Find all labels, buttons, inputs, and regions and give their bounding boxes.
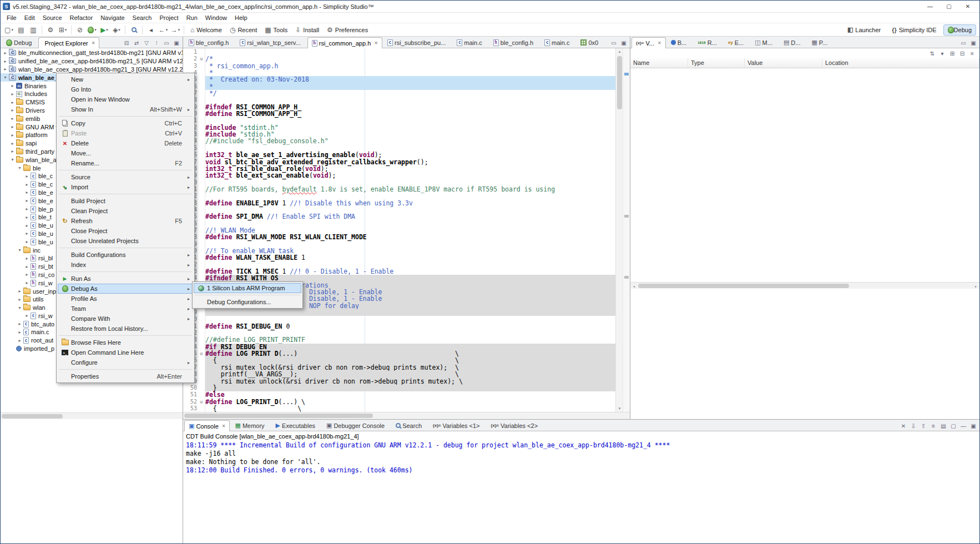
build-all-icon[interactable]: ⊞▾ <box>57 24 68 36</box>
console-toolbar-icon[interactable]: ✕ <box>898 421 908 431</box>
context-menu-item-close-project[interactable]: Close Project <box>58 226 193 236</box>
minimize-button[interactable]: — <box>921 1 939 12</box>
tab-v[interactable]: (x)=V...✕ <box>632 37 666 48</box>
menu-search[interactable]: Search <box>129 13 156 22</box>
explorer-toolbar-icon[interactable]: ▭ <box>161 38 171 48</box>
column-header-value[interactable]: Value <box>745 58 822 68</box>
tree-expander-icon[interactable]: ▾ <box>16 165 23 170</box>
context-menu-item-paste[interactable]: PasteCtrl+V <box>58 128 193 138</box>
context-menu-item-restore-from-local-history[interactable]: Restore from Local History... <box>58 324 193 334</box>
tree-expander-icon[interactable]: ▾ <box>16 248 23 253</box>
save-all-icon[interactable]: ▥ <box>28 24 39 36</box>
tab-ble-config-h[interactable]: hble_config.h <box>184 37 235 48</box>
context-menu-item-source[interactable]: Source▸ <box>58 172 193 182</box>
context-menu-item-browse-files-here[interactable]: Browse Files Here <box>58 338 193 347</box>
panel-control-icon[interactable]: ▣ <box>968 38 978 48</box>
fold-marker-icon[interactable]: ⊖ <box>198 350 205 357</box>
explorer-toolbar-icon[interactable]: ▽ <box>142 38 151 48</box>
perspective-debug[interactable]: Debug <box>943 24 976 36</box>
tab-rsi-common-app-h[interactable]: hrsi_common_app.h✕ <box>307 37 382 48</box>
tab-variables-1[interactable]: (x)=Variables <1> <box>428 420 486 431</box>
tree-expander-icon[interactable]: ▸ <box>23 190 31 195</box>
maximize-button[interactable]: ▢ <box>939 1 958 12</box>
tree-expander-icon[interactable]: ▸ <box>9 100 16 105</box>
tab-0x0[interactable]: 0x0 <box>576 37 604 48</box>
tree-item-unified-ble-ae-coex-app-brd4180b-mg21-5-gnu-arm-v12-2-1-debu[interactable]: ▸unified_ble_ae_coex_app-brd4180b-mg21_5… <box>1 57 183 66</box>
tree-expander-icon[interactable]: ▾ <box>2 75 9 80</box>
tab-main-c[interactable]: cmain.c <box>452 37 488 48</box>
console-toolbar-icon[interactable]: — <box>958 421 968 431</box>
editor-v-scrollbar[interactable]: ▲ ▼ <box>615 48 623 412</box>
back-icon[interactable]: ←▾ <box>158 24 169 36</box>
console-toolbar-icon[interactable]: ≡ <box>928 421 938 431</box>
console-toolbar-icon[interactable]: ⇧ <box>918 421 928 431</box>
tab-main-c[interactable]: cmain.c <box>540 37 575 48</box>
tree-expander-icon[interactable]: ▸ <box>2 51 9 56</box>
context-menu-item-index[interactable]: Index▸ <box>58 260 193 270</box>
explorer-toolbar-icon[interactable]: ⁝ <box>151 38 161 48</box>
close-button[interactable]: ✕ <box>958 1 977 12</box>
tree-expander-icon[interactable]: ▸ <box>23 256 31 261</box>
console-toolbar-icon[interactable]: ▢ <box>948 421 958 431</box>
new-wizard-icon[interactable]: ▢▾ <box>3 24 14 36</box>
tree-expander-icon[interactable]: ▸ <box>23 264 31 269</box>
context-menu-item-go-into[interactable]: Go Into <box>58 84 193 94</box>
context-menu-item-run-as[interactable]: ▶Run As▸ <box>58 274 193 284</box>
debug-icon[interactable]: ▾ <box>87 24 98 36</box>
close-tab-icon[interactable]: ✕ <box>92 41 95 46</box>
tab-debugger-console[interactable]: ▣Debugger Console <box>322 420 391 431</box>
menu-refactor[interactable]: Refactor <box>66 13 97 22</box>
explorer-h-scrollbar[interactable] <box>1 412 183 419</box>
column-header-type[interactable]: Type <box>688 58 745 68</box>
tree-expander-icon[interactable]: ▸ <box>23 182 31 187</box>
tree-expander-icon[interactable]: ▸ <box>9 149 16 154</box>
context-menu-item-show-in[interactable]: Show InAlt+Shift+W▸ <box>58 104 193 114</box>
variables-toolbar-icon[interactable]: ⇅ <box>927 51 937 57</box>
context-menu-item-rename[interactable]: Rename...F2 <box>58 158 193 168</box>
console-toolbar-icon[interactable]: ▣ <box>968 421 978 431</box>
explorer-toolbar-icon[interactable]: ⇄ <box>132 38 142 48</box>
tree-expander-icon[interactable]: ▸ <box>16 321 23 326</box>
external-tools-icon[interactable]: ◈▾ <box>111 24 122 36</box>
tree-expander-icon[interactable]: ▸ <box>16 289 23 294</box>
context-menu-item-new[interactable]: New▸ <box>58 74 193 84</box>
tab-rsi-wlan-tcp-serv[interactable]: crsi_wlan_tcp_serv... <box>235 37 306 48</box>
tree-expander-icon[interactable]: ▸ <box>2 59 9 64</box>
forward-icon[interactable]: →▾ <box>170 24 181 36</box>
context-menu-item-properties[interactable]: PropertiesAlt+Enter <box>58 371 193 381</box>
variables-toolbar-icon[interactable]: ▾ <box>937 51 947 57</box>
panel-control-icon[interactable]: ▭ <box>609 38 619 48</box>
tree-expander-icon[interactable]: ▸ <box>9 92 16 97</box>
tree-expander-icon[interactable]: ▸ <box>9 83 16 88</box>
welcome-button[interactable]: ⌂Welcome <box>187 24 225 36</box>
perspective-simplicity-ide[interactable]: {}Simplicity IDE <box>887 24 941 36</box>
menu-project[interactable]: Project <box>155 13 182 22</box>
tab-rsi-subscribe-pu[interactable]: crsi_subscribe_pu... <box>383 37 452 48</box>
console-toolbar-icon[interactable]: ⇩ <box>908 421 918 431</box>
tree-expander-icon[interactable]: ▸ <box>23 174 31 179</box>
install-button[interactable]: ⇩Install <box>292 24 322 36</box>
context-menu-item-team[interactable]: Team▸ <box>58 304 193 314</box>
scroll-right-icon[interactable]: ▸ <box>972 283 979 289</box>
menu-edit[interactable]: Edit <box>21 13 39 22</box>
close-tab-icon[interactable]: ✕ <box>222 424 226 429</box>
tab-executables[interactable]: ▶Executables <box>271 420 321 431</box>
submenu-item-1-silicon-labs-arm-program[interactable]: 1 Silicon Labs ARM Program <box>194 283 301 293</box>
tree-expander-icon[interactable]: ▸ <box>16 330 23 335</box>
context-menu-item-import[interactable]: ⇘Import▸ <box>58 182 193 192</box>
context-menu-item-clean-project[interactable]: Clean Project <box>58 206 193 216</box>
variables-toolbar-icon[interactable]: ⊞ <box>947 51 957 57</box>
menu-file[interactable]: File <box>3 13 21 22</box>
tree-expander-icon[interactable]: ▸ <box>23 223 31 228</box>
tree-expander-icon[interactable]: ▸ <box>23 198 31 203</box>
tools-button[interactable]: ▦Tools <box>261 24 291 36</box>
fold-marker-icon[interactable]: ⊖ <box>198 399 205 405</box>
scroll-left-icon[interactable]: ◂ <box>630 283 638 289</box>
tree-expander-icon[interactable]: ▾ <box>9 157 16 162</box>
preferences-button[interactable]: ⚙Preferences <box>324 24 371 36</box>
context-menu-item-profile-as[interactable]: Profile As▸ <box>58 294 193 304</box>
tree-expander-icon[interactable]: ▸ <box>16 338 23 343</box>
context-menu-item-close-unrelated-projects[interactable]: Close Unrelated Projects <box>58 236 193 246</box>
console-output[interactable]: 18:11:59 **** Incremental Build of confi… <box>183 440 979 543</box>
menu-run[interactable]: Run <box>183 13 201 22</box>
